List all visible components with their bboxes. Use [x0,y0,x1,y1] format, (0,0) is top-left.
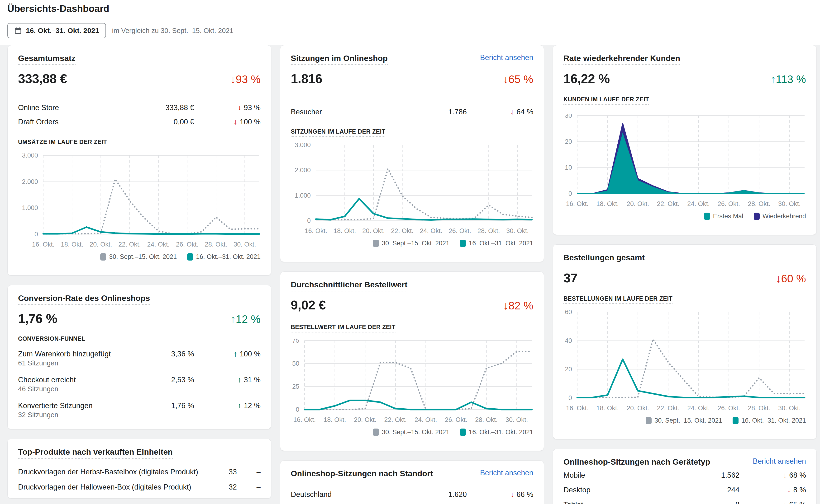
bericht-ansehen-link[interactable]: Bericht ansehen [480,469,533,477]
svg-text:1.000: 1.000 [22,204,38,211]
column-1: Gesamtumsatz 333,88 € ↓93 % Online Store… [7,45,271,499]
chart-legend: 30. Sept.–15. Okt. 202116. Okt.–31. Okt.… [291,240,533,247]
legend-item: Erstes Mal [704,213,743,220]
down-arrow-icon: ↓ [783,471,787,479]
svg-text:20. Okt.: 20. Okt. [627,405,649,412]
chart-legend: 30. Sept.–15. Okt. 202116. Okt.–31. Okt.… [563,417,806,424]
down-arrow-icon: ↓ [234,118,238,126]
bericht-ansehen-link[interactable]: Bericht ansehen [480,53,533,62]
legend-item: Wiederkehrend [754,213,806,220]
card-top-produkte: Top-Produkte nach verkauften Einheiten D… [7,439,271,499]
svg-text:24. Okt.: 24. Okt. [687,200,710,207]
svg-text:24. Okt.: 24. Okt. [687,405,710,412]
svg-text:18. Okt.: 18. Okt. [596,405,619,412]
legend-swatch [704,213,710,220]
svg-text:24. Okt.: 24. Okt. [147,241,170,248]
svg-text:0: 0 [34,231,38,238]
svg-text:2.000: 2.000 [295,167,311,174]
svg-text:20. Okt.: 20. Okt. [89,241,112,248]
svg-text:40: 40 [565,337,572,344]
svg-text:24. Okt.: 24. Okt. [420,227,443,234]
metric-row-draft-orders: Draft Orders0,00 € ↓100 % [18,118,261,126]
legend-swatch [373,240,379,247]
gesamtumsatz-delta: ↓93 % [230,73,261,86]
svg-text:0: 0 [307,217,311,224]
svg-text:18. Okt.: 18. Okt. [324,416,346,423]
kunden-value: 16,22 % [563,71,610,86]
conversion-value: 1,76 % [18,311,57,326]
svg-text:10: 10 [565,164,572,171]
legend-swatch [373,429,379,436]
kunden-delta: ↑113 % [770,73,806,86]
card-title-geraetetyp: Onlineshop-Sitzungen nach Gerätetyp [563,457,710,467]
svg-text:28. Okt.: 28. Okt. [477,227,500,234]
svg-text:18. Okt.: 18. Okt. [334,227,356,234]
svg-text:60: 60 [565,310,572,316]
svg-text:20. Okt.: 20. Okt. [627,200,649,207]
svg-text:18. Okt.: 18. Okt. [596,200,619,207]
chart-legend: Erstes MalWiederkehrend [563,213,806,220]
section-label-bestellungen: BESTELLUNGEN IM LAUFE DER ZEIT [563,295,673,304]
card-title-standort: Onlineshop-Sitzungen nach Standort [291,469,433,478]
up-arrow-icon: ↑ [238,401,242,410]
column-3: Rate wiederkehrender Kunden 16,22 % ↑113… [553,45,817,504]
svg-text:28. Okt.: 28. Okt. [748,200,770,207]
metric-row-desktop: Desktop244 ↓8 % [563,486,806,494]
metric-row-besucher: Besucher1.786 ↓64 % [291,108,533,116]
metric-row-online-store: Online Store333,88 € ↓93 % [18,103,261,112]
svg-text:3.000: 3.000 [295,143,311,149]
svg-text:28. Okt.: 28. Okt. [205,241,227,248]
sitzungen-delta: ↓65 % [503,73,533,86]
card-bestellungen: Bestellungen gesamt 37 ↓60 % BESTELLUNGE… [553,244,817,439]
svg-text:16. Okt.: 16. Okt. [32,241,55,248]
card-title-sitzungen: Sitzungen im Onlineshop [291,53,388,65]
column-2: Sitzungen im Onlineshop Bericht ansehen … [280,45,544,504]
chart-legend: 30. Sept.–15. Okt. 202116. Okt.–31. Okt.… [291,429,533,436]
conversion-delta: ↑12 % [230,313,261,326]
svg-text:26. Okt.: 26. Okt. [718,405,740,412]
metric-row-mobile: Mobile1.562 ↓68 % [563,471,806,480]
legend-swatch [187,253,193,261]
bericht-ansehen-link[interactable]: Bericht ansehen [753,457,806,466]
svg-text:16. Okt.: 16. Okt. [305,227,327,234]
svg-text:75: 75 [292,339,299,344]
card-bestellwert: Durchschnittlicher Bestellwert 9,02 € ↓8… [280,271,544,451]
date-range-button[interactable]: 16. Okt.–31. Okt. 2021 [7,23,106,38]
svg-text:2.000: 2.000 [22,178,38,185]
down-arrow-icon: ↓ [783,500,787,504]
section-label-bestellwert: BESTELLWERT IM LAUFE DER ZEIT [291,324,396,332]
svg-text:18. Okt.: 18. Okt. [61,241,83,248]
svg-text:1.000: 1.000 [295,192,311,199]
svg-text:26. Okt.: 26. Okt. [445,416,467,423]
svg-text:16. Okt.: 16. Okt. [293,416,316,423]
svg-text:28. Okt.: 28. Okt. [475,416,498,423]
svg-text:22. Okt.: 22. Okt. [391,227,414,234]
svg-text:0: 0 [296,406,299,413]
bestellungen-value: 37 [563,271,577,285]
svg-text:25: 25 [292,383,299,390]
card-sitzungen: Sitzungen im Onlineshop Bericht ansehen … [280,45,544,262]
header-controls: 16. Okt.–31. Okt. 2021 im Vergleich zu 3… [7,23,813,38]
funnel-row-warenkorb: Zum Warenkorb hinzugefügt3,36 % ↑100 % 6… [18,350,261,367]
svg-text:20. Okt.: 20. Okt. [362,227,385,234]
svg-text:50: 50 [292,360,299,367]
bestellungen-delta: ↓60 % [776,272,806,285]
svg-text:30: 30 [565,114,572,119]
card-standort: Onlineshop-Sitzungen nach Standort Beric… [280,460,544,504]
legend-item: 16. Okt.–31. Okt. 2021 [460,240,533,247]
product-row: Druckvorlagen der Herbst-Bastelbox (digi… [18,468,261,476]
metric-row-deutschland: Deutschland1.620 ↓66 % [291,490,533,499]
chart-legend: 30. Sept.–15. Okt. 202116. Okt.–31. Okt.… [18,253,261,261]
bestellwert-value: 9,02 € [291,298,326,312]
card-title-conversion: Conversion-Rate des Onlineshops [18,293,150,305]
legend-swatch [460,429,466,436]
section-label-kunden: KUNDEN IM LAUFE DER ZEIT [563,96,649,105]
legend-item: 30. Sept.–15. Okt. 2021 [100,253,177,261]
product-row: Druckvorlagen der Halloween-Box (digital… [18,483,261,491]
svg-text:0: 0 [568,394,572,401]
page-header: Übersichts-Dashboard 16. Okt.–31. Okt. 2… [0,0,820,38]
section-label-sitzungen: SITZUNGEN IM LAUFE DER ZEIT [291,128,385,137]
svg-text:24. Okt.: 24. Okt. [415,416,437,423]
dashboard-grid: Gesamtumsatz 333,88 € ↓93 % Online Store… [0,45,820,504]
card-title-gesamtumsatz: Gesamtumsatz [18,53,75,65]
